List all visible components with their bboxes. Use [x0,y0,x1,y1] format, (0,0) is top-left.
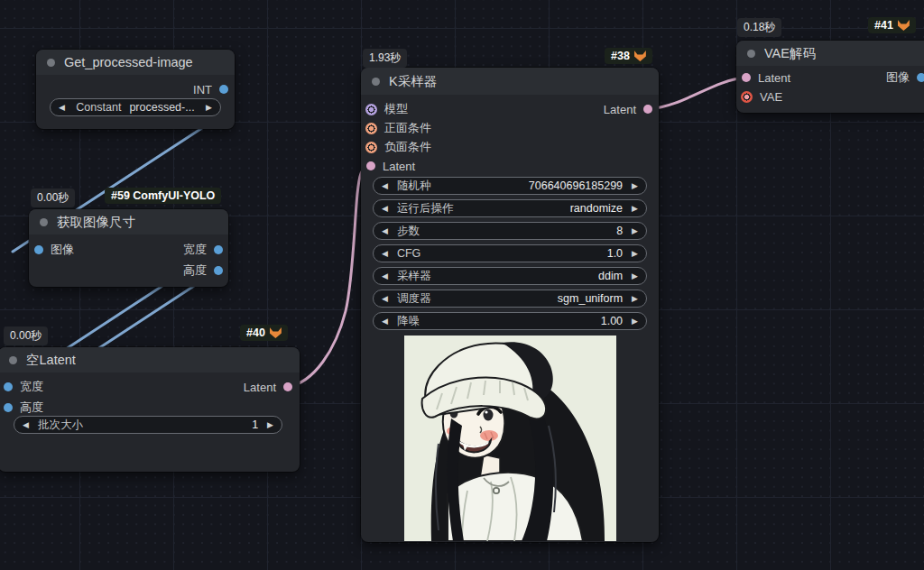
scheduler-widget[interactable]: ◀ 调度器 sgm_uniform ▶ [373,290,647,308]
port-label: 宽度 [183,242,207,258]
stepper-right-icon[interactable]: ▶ [206,104,212,112]
port-dot-height[interactable] [4,403,13,412]
port-label: 高度 [183,262,207,279]
widget-value[interactable]: ddim [598,270,623,282]
collapse-dot[interactable] [372,78,380,86]
output-port-height[interactable]: 高度 [183,262,223,280]
batch-size-widget[interactable]: ◀ 批次大小 1 ▶ [14,416,282,434]
input-port-positive[interactable]: 正面条件 [365,119,431,137]
collapse-dot[interactable] [40,218,48,226]
input-port-model[interactable]: 模型 [365,100,408,118]
port-label: VAE [760,90,782,104]
collapse-dot[interactable] [747,50,755,58]
stepper-left-icon[interactable]: ◀ [382,272,388,280]
port-dot-image[interactable] [34,245,43,254]
widget-value[interactable]: 8 [616,225,623,237]
port-dot-latent[interactable] [742,73,751,82]
output-port-latent[interactable]: Latent [244,378,292,396]
input-port-negative[interactable]: 负面条件 [365,138,431,156]
node-get-image-size[interactable]: 获取图像尺寸 图像 宽度 高度 [29,209,228,287]
stepper-left-icon[interactable]: ◀ [382,295,388,303]
widget-value[interactable]: randomize [570,202,623,215]
port-label: INT [193,83,212,97]
input-port-height[interactable]: 高度 [4,399,43,417]
widget-value[interactable]: 706640696185299 [529,179,623,192]
stepper-left-icon[interactable]: ◀ [59,104,65,112]
stepper-left-icon[interactable]: ◀ [382,317,388,326]
widget-label: 批次大小 [38,418,83,433]
input-port-image[interactable]: 图像 [34,241,74,259]
node-vae-decode[interactable]: VAE解码 Latent VAE 图像 [736,41,924,113]
stepper-left-icon[interactable]: ◀ [382,205,388,213]
widget-value[interactable]: processed-... [129,101,194,114]
port-label: 宽度 [20,379,43,395]
widget-value[interactable]: 1.0 [607,247,623,260]
node-ksampler[interactable]: K采样器 模型 正面条件 负面条件 Latent Latent ◀ 随机种 70… [361,68,659,542]
port-dot-width[interactable] [4,382,13,391]
stepper-left-icon[interactable]: ◀ [382,227,388,235]
exec-time-badge: 0.00秒 [4,326,48,345]
cfg-widget[interactable]: ◀ CFG 1.0 ▶ [373,244,647,262]
widget-value[interactable]: 1 [252,418,258,431]
port-dot-latent-in[interactable] [366,161,375,170]
exec-time-badge: 1.93秒 [363,49,407,68]
steps-widget[interactable]: ◀ 步数 8 ▶ [373,222,647,240]
output-port-int[interactable]: INT [193,80,228,98]
fox-icon [270,327,282,338]
port-label: 负面条件 [384,139,431,155]
seed-widget[interactable]: ◀ 随机种 706640696185299 ▶ [373,177,647,195]
collapse-dot[interactable] [47,59,55,67]
widget-label: 运行后操作 [397,201,454,216]
port-dot-vae[interactable] [741,91,753,103]
port-label: Latent [244,381,276,394]
node-header[interactable]: Get_processed-image [36,50,235,75]
stepper-right-icon[interactable]: ▶ [632,295,638,303]
node-title: 获取图像尺寸 [57,214,135,231]
stepper-right-icon[interactable]: ▶ [632,205,638,213]
constant-widget[interactable]: ◀ Constant processed-... ▶ [50,98,221,116]
port-dot-latent-out[interactable] [643,105,652,114]
port-dot-height[interactable] [214,266,223,275]
widget-value[interactable]: sgm_uniform [558,292,623,305]
input-port-latent[interactable]: Latent [366,157,415,175]
input-port-width[interactable]: 宽度 [4,378,43,396]
collapse-dot[interactable] [9,356,17,364]
exec-time-badge: 0.18秒 [737,18,781,37]
port-dot-image[interactable] [917,73,924,82]
node-header[interactable]: 获取图像尺寸 [29,209,228,234]
node-header[interactable]: VAE解码 [736,41,924,66]
stepper-right-icon[interactable]: ▶ [632,272,638,280]
input-port-vae[interactable]: VAE [741,87,782,106]
output-port-image[interactable]: 图像 [886,69,924,87]
port-dot-width[interactable] [214,245,223,254]
port-label: Latent [383,160,415,173]
fox-icon [898,20,910,31]
stepper-right-icon[interactable]: ▶ [632,250,638,258]
node-header[interactable]: K采样器 [361,68,659,95]
port-dot-latent[interactable] [283,382,292,391]
port-dot-model[interactable] [365,104,377,115]
stepper-left-icon[interactable]: ◀ [382,250,388,258]
node-get-processed-image[interactable]: Get_processed-image INT ◀ Constant proce… [36,50,235,129]
widget-value[interactable]: 1.00 [601,315,623,327]
node-graph-canvas[interactable]: Get_processed-image INT ◀ Constant proce… [0,0,924,570]
stepper-left-icon[interactable]: ◀ [23,421,29,429]
port-dot-positive[interactable] [365,123,377,134]
stepper-right-icon[interactable]: ▶ [267,421,273,429]
port-dot-int[interactable] [219,85,228,94]
sampler-widget[interactable]: ◀ 采样器 ddim ▶ [373,267,647,285]
stepper-right-icon[interactable]: ▶ [632,227,638,235]
denoise-widget[interactable]: ◀ 降噪 1.00 ▶ [373,312,647,330]
node-empty-latent[interactable]: 空Latent 宽度 高度 Latent ◀ 批次大小 1 ▶ [0,347,300,472]
input-port-latent[interactable]: Latent [742,69,790,87]
output-port-latent[interactable]: Latent [604,100,652,118]
stepper-left-icon[interactable]: ◀ [382,182,388,190]
control-after-generate-widget[interactable]: ◀ 运行后操作 randomize ▶ [373,199,647,217]
link-latent-to-ksampler [288,166,370,387]
stepper-right-icon[interactable]: ▶ [632,317,638,326]
stepper-right-icon[interactable]: ▶ [632,182,638,190]
output-port-width[interactable]: 宽度 [183,241,223,259]
port-dot-negative[interactable] [365,142,377,153]
node-header[interactable]: 空Latent [0,347,300,372]
node-id-badge: #40 [240,325,288,341]
